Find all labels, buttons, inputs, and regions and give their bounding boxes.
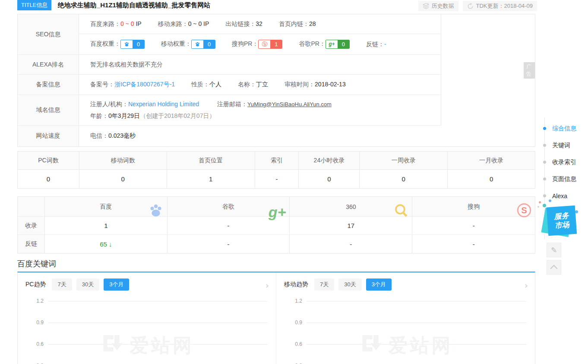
backlinks-360: - — [290, 235, 412, 253]
mobile-traffic-value: 0 ~ 0 — [188, 20, 202, 27]
deco-dot — [537, 206, 539, 208]
stats-header-week: 一周收录 — [360, 152, 448, 170]
sidenav-item-overview[interactable]: 综合信息 — [543, 120, 576, 137]
included-360: 17 — [290, 217, 412, 234]
mobile-trend-label: 移动趋势 — [284, 281, 308, 288]
mobile-tab-7d[interactable]: 7天 — [314, 279, 334, 291]
backlinks-value: - — [384, 41, 386, 47]
speed-telecom-label: 电信： — [90, 132, 108, 139]
pc-tab-7d[interactable]: 7天 — [52, 279, 72, 291]
domain-info-label: 域名信息 — [18, 95, 79, 126]
service-market-badge[interactable]: 服务 市场 — [546, 206, 578, 237]
mobile-tab-3m[interactable]: 3个月 — [366, 279, 392, 291]
domain-age-label: 年龄： — [90, 112, 108, 119]
baidu-traffic-label: 百度来路： — [90, 20, 120, 27]
stats-header-pc-words: PC词数 — [18, 152, 79, 170]
pc-tab-30d[interactable]: 30天 — [76, 279, 99, 291]
baidu-paw-icon — [121, 40, 133, 48]
pc-trend-chart: 1.2 0.9 0.6 0.3 爱站网 — [18, 295, 276, 364]
keywords-trend-box: PC趋势 7天 30天 3个月 › 1.2 0.9 0.6 0.3 爱站网 移动… — [17, 272, 535, 364]
registrant-link[interactable]: Nexperian Holding Limited — [128, 101, 199, 108]
seo-info-label: SEO信息 — [18, 14, 79, 55]
icp-audit-value: 2018-02-13 — [315, 81, 346, 88]
pc-panel-next-chevron-icon[interactable]: › — [266, 280, 269, 291]
ad-tag: 广告 — [524, 62, 535, 79]
stats-value-24h: 0 — [299, 170, 360, 188]
icp-number-label: 备案号： — [90, 81, 114, 88]
icp-nature-label: 性质： — [191, 81, 209, 88]
google-pr-label: 谷歌PR： — [299, 40, 325, 47]
registrant-label: 注册人/机构： — [90, 101, 128, 108]
down-arrow-icon: ↓ — [109, 241, 112, 248]
pc-tab-3m[interactable]: 3个月 — [104, 279, 129, 291]
homepage-links-label: 首页内链： — [279, 20, 309, 27]
baidu-weight-badge[interactable]: 0 — [120, 40, 145, 49]
title-badge: TITLE信息 — [17, 0, 51, 10]
reg-email-link[interactable]: YuMing@YinSiBaoHu.AliYun.com — [247, 101, 332, 108]
history-data-button[interactable]: 历史数据 — [418, 1, 458, 11]
stats-header-month: 一月收录 — [448, 152, 535, 170]
stats-header-mobile-words: 移动词数 — [79, 152, 167, 170]
backlinks-google: - — [168, 235, 290, 253]
speed-row: 电信：0.023毫秒 — [79, 126, 441, 146]
sidenav-item-keywords[interactable]: 关键词 — [543, 137, 576, 154]
stats-header-24h: 24小时收录 — [299, 152, 360, 170]
engines-row-label-backlinks: 反链 — [18, 235, 45, 253]
backlinks-baidu: 65 ↓ — [45, 235, 168, 253]
stats-value-pc-words: 0 — [18, 170, 79, 188]
mobile-tab-30d[interactable]: 30天 — [338, 279, 361, 291]
backlinks-sogou: - — [412, 235, 535, 253]
icp-audit-label: 审核时间： — [285, 81, 315, 88]
icp-info-label: 备案信息 — [18, 75, 79, 95]
included-google: - — [168, 217, 290, 234]
domain-row: 注册人/机构：Nexperian Holding Limited 注册邮箱：Yu… — [79, 95, 441, 126]
info-label-column: SEO信息 ALEXA排名 备案信息 域名信息 网站速度 — [18, 14, 79, 146]
top-bar: TITLE信息 绝地求生辅助_H1Z1辅助自瞄透视辅助_批发零售网站 历史数据 … — [17, 0, 588, 13]
included-sogou: - — [412, 217, 535, 234]
alexa-rank-label: ALEXA排名 — [18, 55, 79, 75]
icp-name-value: 丁立 — [256, 81, 268, 88]
bullet-icon — [543, 177, 546, 180]
bullet-icon — [543, 144, 546, 147]
tdk-update-chip[interactable]: TDK更新：2018-04-09 — [463, 1, 537, 11]
deco-dot — [539, 201, 541, 203]
layers-icon — [423, 3, 429, 9]
mobile-panel-next-chevron-icon[interactable]: › — [525, 280, 528, 291]
edit-button[interactable]: ✎ — [547, 243, 561, 257]
sidenav-item-alexa[interactable]: Alexa — [543, 187, 576, 204]
back-to-top-button[interactable] — [547, 260, 561, 275]
svg-text:S: S — [521, 206, 527, 215]
outbound-links-value: 32 — [256, 20, 262, 27]
sidenav-item-index[interactable]: 收录索引 — [543, 154, 576, 171]
pc-trend-panel: PC趋势 7天 30天 3个月 › 1.2 0.9 0.6 0.3 爱站网 — [18, 272, 276, 364]
google-pr-badge[interactable]: g+0 — [326, 40, 350, 49]
stats-value-mobile-words: 0 — [79, 170, 167, 188]
aizhan-watermark: 爱站网 — [358, 331, 453, 360]
backlinks-label: 反链： — [366, 41, 384, 47]
ad-divider — [441, 14, 441, 126]
domain-created-value: （创建于2018年02月07日） — [140, 112, 215, 119]
engines-header-google: 谷歌 g+ — [168, 197, 290, 216]
seo-row-weights: 百度权重：0 移动权重：0 搜狗PR：Ⓢ1 谷歌PR：g+0 反链：- — [79, 34, 441, 55]
mobile-weight-badge[interactable]: 0 — [191, 40, 215, 49]
stats-value-index: - — [255, 170, 299, 188]
homepage-links-value: 28 — [309, 20, 316, 27]
reg-email-label: 注册邮箱： — [217, 101, 247, 108]
engines-row-label-included: 收录 — [18, 217, 45, 234]
speed-telecom-value: 0.023毫秒 — [108, 132, 136, 139]
alexa-row: 暂无排名或相关数据不充分 — [79, 55, 441, 75]
deco-dot — [549, 199, 551, 202]
bullet-icon — [543, 161, 546, 164]
site-speed-label: 网站速度 — [18, 126, 79, 146]
pencil-icon: ✎ — [551, 246, 557, 255]
icp-number-link[interactable]: 浙ICP备18007267号-1 — [114, 81, 175, 88]
engines-header-360: 360 — [290, 197, 412, 216]
google-plus-icon: g+ — [326, 40, 338, 48]
alexa-value: 暂无排名或相关数据不充分 — [90, 61, 163, 68]
pc-trend-label: PC趋势 — [25, 281, 46, 288]
sidenav-item-pageinfo[interactable]: 页面信息 — [543, 171, 576, 187]
stats-header-index: 索引 — [255, 152, 299, 170]
outbound-links-label: 出站链接： — [225, 20, 256, 27]
sogou-pr-badge[interactable]: Ⓢ1 — [258, 40, 282, 49]
domain-age-value: 0年3月29日 — [108, 112, 140, 119]
